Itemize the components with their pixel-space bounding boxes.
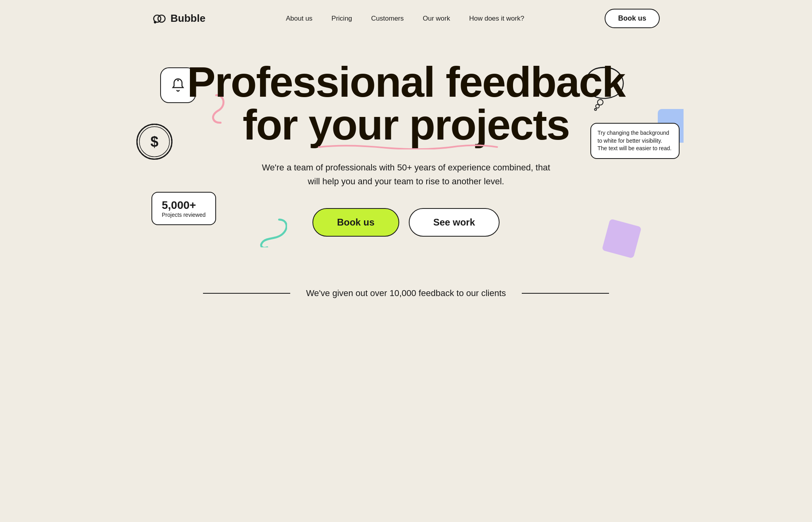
nav-about[interactable]: About us (286, 15, 312, 22)
hero-buttons: Book us See work (176, 208, 636, 237)
logo[interactable]: Bubble (152, 11, 205, 26)
brand-name: Bubble (170, 12, 205, 25)
bottom-banner: We've given out over 10,000 feedback to … (128, 276, 684, 310)
hero-title: Professional feedback for your projects (176, 61, 636, 146)
title-underline (307, 142, 505, 149)
book-us-button[interactable]: Book us (312, 208, 399, 237)
svg-text:$: $ (150, 134, 158, 150)
bottom-line-right (522, 293, 609, 294)
nav-our-work[interactable]: Our work (423, 15, 450, 22)
bottom-line-left (203, 293, 290, 294)
nav-book-button[interactable]: Book us (605, 9, 660, 28)
nav-links: About us Pricing Customers Our work How … (286, 15, 524, 23)
logo-icon (152, 11, 167, 26)
hero-subtitle: We're a team of professionals with 50+ y… (255, 161, 557, 188)
svg-point-1 (158, 15, 165, 22)
see-work-button[interactable]: See work (409, 208, 500, 237)
svg-point-2 (154, 21, 156, 23)
nav-how-it-works[interactable]: How does it work? (469, 15, 524, 22)
bottom-text: We've given out over 10,000 feedback to … (306, 288, 506, 298)
nav-pricing[interactable]: Pricing (331, 15, 352, 22)
hero-section: Professional feedback for your projects … (168, 37, 644, 276)
coin-icon: $ (136, 123, 173, 161)
navigation: Bubble About us Pricing Customers Our wo… (128, 0, 684, 37)
nav-customers[interactable]: Customers (371, 15, 404, 22)
